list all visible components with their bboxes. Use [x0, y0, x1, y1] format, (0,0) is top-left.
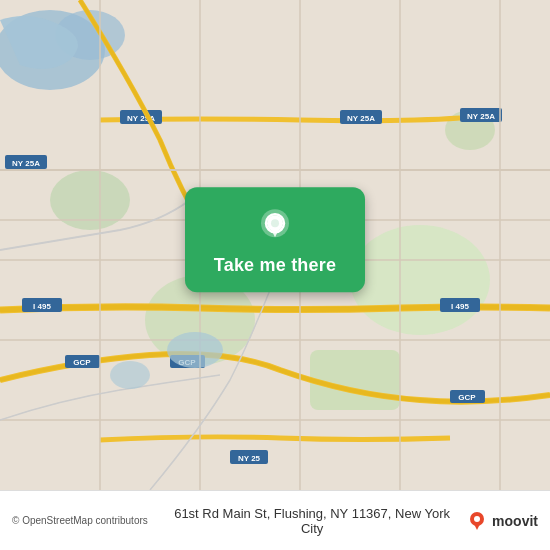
copyright-text: © OpenStreetMap contributors — [12, 515, 158, 526]
svg-point-38 — [167, 332, 223, 368]
location-pin-icon — [253, 205, 297, 249]
svg-point-3 — [50, 170, 130, 230]
svg-point-39 — [110, 361, 150, 389]
svg-text:NY 25: NY 25 — [238, 454, 261, 463]
address-text: 61st Rd Main St, Flushing, NY 11367, New… — [166, 506, 458, 536]
svg-point-1 — [350, 225, 490, 335]
moovit-logo: moovit — [466, 510, 538, 532]
map-view: I 495 I 495 GCP GCP GCP NY 25A NY 25A NY… — [0, 0, 550, 490]
take-me-there-button[interactable]: Take me there — [185, 187, 365, 292]
svg-text:NY 25A: NY 25A — [12, 159, 40, 168]
svg-rect-5 — [310, 350, 400, 410]
moovit-icon — [466, 510, 488, 532]
svg-point-45 — [474, 516, 480, 522]
svg-text:GCP: GCP — [73, 358, 91, 367]
svg-text:GCP: GCP — [458, 393, 476, 402]
svg-text:NY 25A: NY 25A — [347, 114, 375, 123]
cta-label: Take me there — [214, 255, 336, 276]
svg-text:I 495: I 495 — [33, 302, 51, 311]
footer-bar: © OpenStreetMap contributors 61st Rd Mai… — [0, 490, 550, 550]
moovit-name: moovit — [492, 513, 538, 529]
svg-text:NY 25A: NY 25A — [467, 112, 495, 121]
svg-text:I 495: I 495 — [451, 302, 469, 311]
